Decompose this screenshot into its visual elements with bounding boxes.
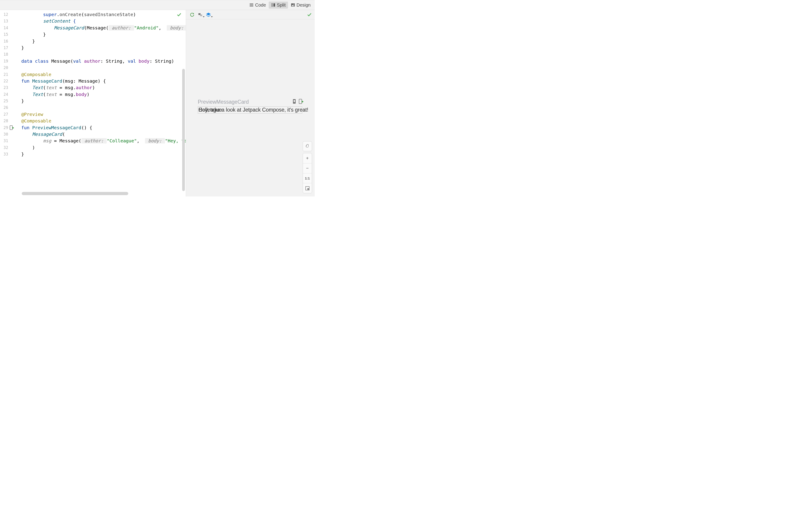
deploy-preview-icon[interactable] bbox=[299, 99, 304, 105]
svg-point-11 bbox=[293, 4, 294, 5]
zoom-fit-button[interactable] bbox=[303, 183, 312, 193]
preview-toolbar bbox=[186, 10, 315, 19]
tab-label: Code bbox=[255, 2, 266, 8]
svg-rect-22 bbox=[294, 101, 295, 102]
svg-rect-8 bbox=[273, 3, 275, 7]
zoom-out-button[interactable]: − bbox=[303, 163, 312, 173]
preview-render[interactable]: Colleague Hey, take a look at Jetpack Co… bbox=[198, 106, 302, 114]
svg-marker-17 bbox=[203, 16, 205, 17]
svg-marker-18 bbox=[206, 13, 211, 15]
zoom-reset-button[interactable]: 1:1 bbox=[303, 173, 312, 183]
vertical-scrollbar[interactable] bbox=[182, 69, 185, 191]
split-icon bbox=[271, 3, 275, 7]
svg-rect-16 bbox=[200, 14, 202, 16]
image-icon bbox=[291, 3, 295, 7]
code-editor-pane[interactable]: 1213141516171819202122232425262728293031… bbox=[0, 10, 186, 196]
svg-marker-24 bbox=[302, 101, 304, 103]
chevron-down-icon bbox=[203, 14, 205, 18]
code-area[interactable]: super.onCreate(savedInstanceState) setCo… bbox=[18, 10, 186, 196]
svg-rect-26 bbox=[307, 188, 309, 190]
zoom-in-button[interactable]: + bbox=[303, 153, 312, 163]
refresh-icon[interactable] bbox=[189, 11, 196, 18]
view-mode-tab-bar: Code Split Design bbox=[0, 0, 315, 10]
svg-rect-23 bbox=[299, 99, 302, 104]
svg-marker-13 bbox=[12, 127, 14, 129]
surface-toggle-icon[interactable] bbox=[197, 11, 204, 18]
tab-label: Design bbox=[297, 2, 311, 8]
preview-title: PreviewMessageCard bbox=[198, 99, 249, 105]
zoom-controls: + − 1:1 bbox=[303, 153, 312, 193]
chevron-down-icon bbox=[211, 14, 213, 18]
preview-text-body: Hey, take a look at Jetpack Compose, it'… bbox=[198, 107, 308, 113]
line-number-gutter: 1213141516171819202122232425262728293031… bbox=[0, 10, 18, 196]
tab-split[interactable]: Split bbox=[269, 2, 288, 9]
interactive-preview-icon[interactable] bbox=[292, 99, 297, 105]
preview-ok-icon[interactable] bbox=[307, 12, 311, 18]
tab-label: Split bbox=[277, 2, 286, 8]
tab-design[interactable]: Design bbox=[289, 2, 313, 9]
svg-rect-12 bbox=[10, 126, 12, 130]
run-preview-icon[interactable] bbox=[9, 125, 14, 130]
compose-preview: PreviewMessageCard Colleague Hey, take a… bbox=[198, 99, 304, 114]
lines-icon bbox=[249, 3, 254, 7]
tab-code[interactable]: Code bbox=[247, 2, 268, 9]
layers-icon[interactable] bbox=[205, 11, 212, 18]
horizontal-scrollbar[interactable] bbox=[22, 192, 128, 195]
pan-button[interactable] bbox=[303, 141, 312, 151]
preview-pane: PreviewMessageCard Colleague Hey, take a… bbox=[186, 10, 315, 196]
svg-marker-19 bbox=[211, 16, 213, 17]
